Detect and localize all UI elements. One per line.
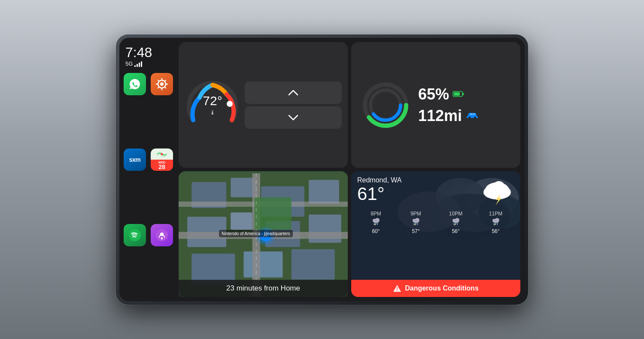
svg-point-15 [227, 101, 233, 107]
weather-location: Redmond, WA [357, 176, 401, 184]
svg-point-47 [260, 231, 270, 241]
svg-rect-14 [161, 237, 163, 239]
svg-point-23 [469, 116, 471, 118]
time-block: 7:48 5G [124, 42, 175, 69]
main-grid: 72° 🌡 [179, 42, 520, 297]
ev-card: 65% 112mi [351, 42, 520, 168]
svg-point-69 [455, 218, 459, 222]
signal-bars [134, 61, 142, 67]
weather-temperature: 61° [357, 184, 401, 204]
svg-line-6 [158, 80, 159, 81]
weather-hour-4-time: 11PM [489, 211, 502, 217]
svg-point-5 [160, 82, 164, 86]
climate-up-button[interactable] [245, 82, 342, 104]
car-icon [465, 110, 479, 122]
weather-left: Redmond, WA 61° [357, 176, 401, 204]
svg-rect-38 [244, 251, 283, 278]
dangerous-conditions-banner[interactable]: ! Dangerous Conditions [351, 280, 520, 297]
map-card[interactable]: Nintendo of America - Headquarters 23 mi… [179, 171, 348, 297]
svg-point-24 [474, 116, 476, 118]
svg-line-8 [165, 80, 166, 81]
climate-down-button[interactable] [245, 106, 342, 129]
svg-text:!: ! [396, 286, 398, 291]
weather-card: Redmond, WA 61° [351, 171, 520, 297]
svg-rect-21 [454, 92, 460, 96]
signal-type-label: 5G [125, 61, 133, 67]
signal-bar-2 [137, 64, 138, 67]
climate-card: 72° 🌡 [179, 42, 348, 168]
storm-cloud-icon [480, 176, 514, 206]
weather-hour-4-icon [491, 218, 501, 227]
weather-hour-2: 9PM 57° [397, 211, 434, 234]
ev-battery-percent: 65% [418, 85, 449, 103]
weather-content: Redmond, WA 61° [351, 171, 520, 280]
svg-point-72 [495, 218, 499, 222]
weather-icon-area [480, 176, 514, 208]
app-icon-whatsapp[interactable] [124, 73, 146, 95]
ev-donut-svg [360, 79, 411, 131]
svg-point-60 [493, 181, 505, 193]
warning-icon: ! [393, 284, 401, 293]
app-icon-spotify[interactable] [124, 224, 146, 246]
dashboard-surround: 7:48 5G [116, 34, 528, 305]
weather-hour-1: 8PM 60° [357, 211, 395, 234]
climate-temp-value: 72° 🌡 [203, 94, 222, 116]
svg-rect-32 [309, 180, 339, 204]
ev-donut [360, 79, 411, 131]
map-eta-label: 23 minutes from Home [179, 280, 348, 297]
weather-hour-1-time: 8PM [371, 211, 381, 217]
svg-line-7 [165, 87, 166, 88]
signal-bar-3 [139, 63, 140, 67]
app-icon-overcast[interactable] [151, 73, 173, 95]
app-icon-podcasts[interactable] [151, 224, 173, 246]
weather-hour-2-temp: 57° [412, 228, 419, 234]
signal-bar-4 [141, 61, 142, 67]
time-display: 7:48 [125, 45, 173, 59]
signal-block: 5G [125, 61, 173, 67]
weather-hour-3-temp: 56° [452, 228, 459, 234]
app-icon-siriusxm[interactable]: sxm [124, 148, 146, 171]
weather-hour-2-time: 9PM [410, 211, 421, 217]
weather-hour-3: 10PM 56° [437, 211, 474, 234]
weather-hourly: 8PM 60° [357, 211, 514, 234]
thermometer-icon: 🌡 [203, 109, 222, 116]
svg-rect-26 [473, 113, 475, 115]
ev-range-miles: 112mi [418, 107, 462, 125]
signal-bar-1 [134, 65, 136, 67]
svg-line-9 [158, 87, 159, 88]
map-svg [179, 171, 348, 297]
climate-temperature: 72° [203, 94, 222, 107]
climate-controls [245, 82, 342, 129]
weather-hour-2-icon [411, 218, 421, 227]
weather-hour-3-time: 10PM [449, 211, 462, 217]
app-icons-grid: sxm WED 28 [124, 73, 175, 297]
weather-hour-1-temp: 60° [372, 228, 380, 234]
weather-hour-3-icon [451, 218, 461, 227]
svg-point-66 [415, 218, 419, 222]
svg-rect-25 [470, 113, 472, 115]
climate-gauge: 72° 🌡 [185, 77, 240, 133]
app-icon-maps-date[interactable]: WED 28 [151, 148, 173, 171]
svg-rect-22 [462, 93, 464, 95]
weather-hour-4: 11PM 56° [477, 211, 514, 234]
weather-main: Redmond, WA 61° [357, 176, 514, 208]
carplay-screen: 7:48 5G [119, 38, 525, 301]
svg-rect-39 [292, 249, 335, 280]
battery-icon [453, 89, 465, 100]
ev-stats: 65% 112mi [418, 85, 479, 125]
ev-battery-row: 65% [418, 85, 479, 103]
sidebar: 7:48 5G [124, 42, 175, 297]
ev-range-row: 112mi [418, 107, 479, 125]
svg-rect-34 [231, 212, 252, 230]
svg-point-10 [161, 153, 163, 155]
dangerous-conditions-text: Dangerous Conditions [405, 285, 479, 292]
svg-point-63 [375, 218, 380, 222]
svg-rect-43 [255, 197, 292, 230]
weather-hour-4-temp: 56° [492, 228, 499, 234]
weather-hour-1-icon [371, 218, 381, 227]
